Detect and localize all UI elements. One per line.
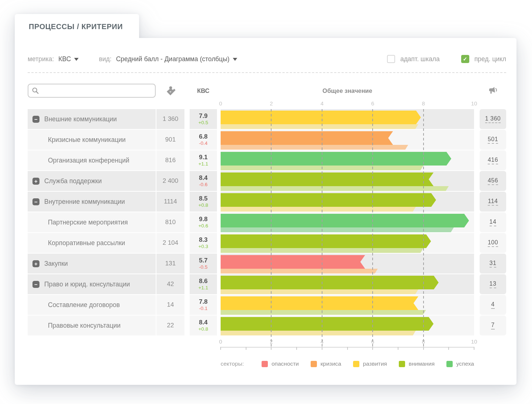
search-input[interactable]: [39, 87, 152, 94]
process-name-cell[interactable]: −Право и юрид. консультации: [28, 274, 156, 294]
collapse-icon[interactable]: −: [32, 198, 39, 205]
legend-label: секторы:: [221, 361, 244, 367]
process-table: 0246810 −Внешние коммуникации1 3607.9+0.…: [28, 109, 506, 335]
table-row: +Закупки1315.7-0.531: [28, 254, 506, 274]
detail-link-cell: 1 360: [480, 109, 506, 129]
score-bar-cell: [221, 274, 474, 294]
process-name-cell[interactable]: Составление договоров: [28, 295, 156, 315]
legend-swatch-icon: [446, 361, 453, 367]
expand-icon[interactable]: +: [32, 178, 39, 185]
metric-value: КВС: [58, 55, 71, 63]
legend-item: внимания: [399, 361, 435, 367]
kbc-value: 5.7: [199, 257, 208, 264]
tab-processes-criteria[interactable]: ПРОЦЕССЫ / КРИТЕРИИ: [15, 14, 139, 38]
detail-link[interactable]: 114: [488, 198, 498, 206]
detail-link-cell: 456: [480, 171, 506, 191]
detail-link[interactable]: 31: [490, 260, 497, 268]
process-name-cell[interactable]: −Внешние коммуникации: [28, 109, 156, 129]
view-value: Средний балл - Диаграмма (столбцы): [116, 55, 229, 63]
kbc-cell: 5.7-0.5: [190, 254, 217, 274]
kbc-delta: +0.6: [198, 223, 208, 229]
process-name-cell[interactable]: +Закупки: [28, 254, 156, 274]
process-name-cell[interactable]: +Служба поддержки: [28, 171, 156, 191]
process-name-cell[interactable]: −Внутренние коммуникации: [28, 192, 156, 212]
expand-icon[interactable]: +: [32, 260, 39, 267]
detail-link-cell: 4: [480, 295, 506, 315]
detail-link-cell: 31: [480, 254, 506, 274]
detail-link[interactable]: 14: [490, 219, 497, 226]
prev-cycle-bar: [221, 310, 426, 315]
collapse-icon[interactable]: −: [32, 116, 39, 123]
legend-swatch-icon: [262, 361, 268, 367]
detail-link[interactable]: 416: [488, 157, 498, 164]
legend-item-label: кризиса: [321, 361, 341, 367]
table-row: Кризисные коммуникации9016.8-0.4501: [28, 130, 506, 150]
chart-axis-top: 0246810: [221, 100, 474, 108]
legend-item: успеха: [446, 361, 474, 367]
process-count: 901: [156, 130, 184, 150]
legend-swatch-icon: [311, 361, 317, 367]
prev-cycle-bar: [221, 331, 416, 335]
axis-tick: [322, 347, 322, 350]
kbc-cell: 8.5+0.8: [190, 192, 217, 212]
detail-link[interactable]: 13: [490, 281, 497, 288]
detail-link[interactable]: 7: [491, 322, 494, 330]
collapse-icon[interactable]: −: [32, 281, 39, 288]
megaphone-icon[interactable]: [488, 86, 498, 96]
legend-item: кризиса: [311, 361, 341, 367]
process-count: 42: [156, 274, 184, 294]
detail-link[interactable]: 1 360: [485, 115, 501, 123]
metric-dropdown[interactable]: КВС: [58, 55, 79, 63]
kbc-delta: -0.6: [199, 182, 207, 188]
prev-cycle-checkbox[interactable]: ✓ пред. цикл: [461, 55, 506, 63]
process-name: Корпоративные рассылки: [48, 239, 125, 247]
kbc-delta: +1.1: [198, 161, 208, 167]
score-bar: [221, 234, 431, 248]
chevron-down-icon: [233, 58, 237, 61]
detail-link[interactable]: 501: [488, 136, 498, 144]
detail-link[interactable]: 456: [488, 177, 498, 185]
axis-tick-label: 0: [219, 338, 222, 345]
score-bar-cell: [221, 254, 474, 274]
kbc-cell: 9.1+1.1: [190, 150, 217, 170]
kbc-value: 6.8: [199, 133, 208, 140]
axis-tick: [296, 347, 297, 350]
detail-link-cell: 416: [480, 150, 506, 170]
axis-tick-label: 2: [270, 338, 273, 345]
search-icon: [31, 87, 39, 95]
axis-tick-label: 8: [422, 338, 425, 345]
process-name-cell[interactable]: Корпоративные рассылки: [28, 233, 156, 253]
user-check-icon[interactable]: [165, 85, 176, 96]
kbc-column-header: КВС: [190, 87, 217, 94]
axis-tick: [423, 347, 424, 350]
detail-link[interactable]: 100: [488, 239, 498, 247]
detail-link[interactable]: 4: [491, 301, 494, 309]
kbc-cell: 7.9+0.5: [190, 109, 217, 129]
process-name-cell[interactable]: Кризисные коммуникации: [28, 130, 156, 150]
adaptive-scale-checkbox[interactable]: адапт. шкала: [387, 55, 440, 63]
prev-cycle-bar: [221, 207, 416, 212]
process-name: Внутренние коммуникации: [44, 198, 125, 206]
kbc-value: 8.4: [199, 319, 208, 326]
prev-cycle-bar: [221, 145, 408, 150]
process-name-cell[interactable]: Правовые консультации: [28, 316, 156, 335]
prev-cycle-bar: [221, 227, 454, 232]
view-dropdown[interactable]: Средний балл - Диаграмма (столбцы): [116, 55, 237, 63]
process-name-cell[interactable]: Организация конференций: [28, 150, 156, 170]
search-box[interactable]: [28, 84, 156, 98]
detail-link-cell: 501: [480, 130, 506, 150]
chart-column-header: Общее значение: [221, 87, 474, 94]
kbc-value: 9.1: [199, 154, 208, 161]
table-row: −Право и юрид. консультации428.6+1.113: [28, 274, 506, 294]
checkbox-icon: [387, 55, 395, 63]
chevron-down-icon: [74, 58, 79, 61]
detail-link-cell: 114: [480, 192, 506, 212]
dashboard-sheet: ПРОЦЕССЫ / КРИТЕРИИ метрика: КВС вид: Ср…: [15, 14, 517, 385]
process-count: 810: [156, 212, 184, 232]
detail-link-cell: 14: [480, 212, 506, 232]
prev-cycle-bar: [221, 186, 449, 191]
score-bar-cell: [221, 109, 474, 129]
process-name-cell[interactable]: Партнерские мероприятия: [28, 212, 156, 232]
process-count: 131: [156, 254, 184, 274]
score-bar: [221, 111, 421, 124]
